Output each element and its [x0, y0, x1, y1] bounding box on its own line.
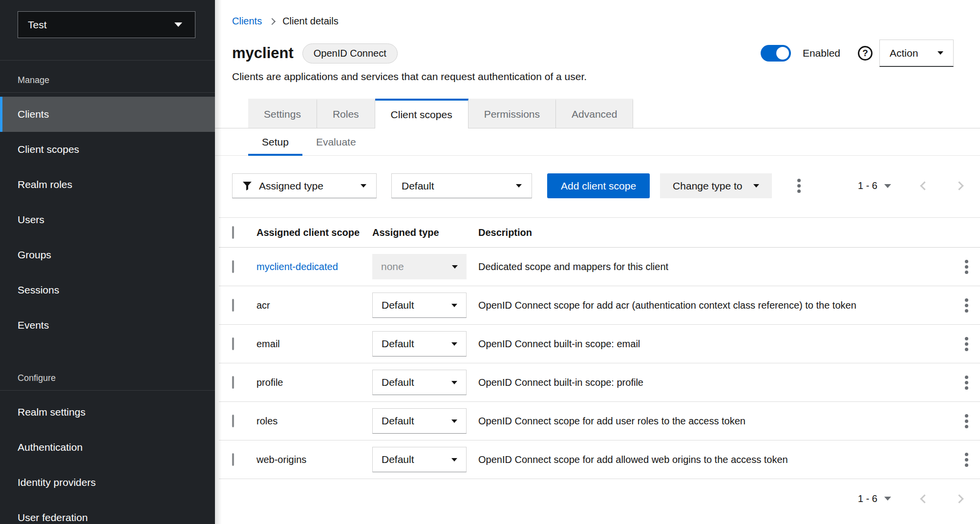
- table-row: profile Default OpenID Connect built-in …: [219, 363, 980, 402]
- row-kebab-icon[interactable]: [962, 450, 971, 470]
- sidebar-item-user-federation[interactable]: User federation: [0, 500, 215, 524]
- chevron-down-icon: [361, 184, 366, 188]
- chevron-down-icon: [451, 381, 457, 384]
- subtab-evaluate[interactable]: Evaluate: [302, 128, 370, 155]
- table-row: acr Default OpenID Connect scope for add…: [219, 286, 980, 325]
- type-value-select[interactable]: Default: [391, 173, 532, 198]
- toggle-knob: [776, 47, 789, 60]
- column-header-scope: Assigned client scope: [256, 227, 372, 238]
- chevron-left-icon[interactable]: [920, 181, 929, 190]
- change-type-label: Change type to: [673, 180, 742, 192]
- select-all-checkbox[interactable]: [232, 226, 234, 239]
- realm-selector[interactable]: Test: [18, 11, 195, 38]
- table-row: web-origins Default OpenID Connect scope…: [219, 440, 980, 479]
- row-checkbox[interactable]: [232, 299, 234, 312]
- enabled-label: Enabled: [803, 47, 840, 59]
- filter-dropdown-label: Assigned type: [259, 180, 323, 192]
- row-kebab-icon[interactable]: [962, 373, 971, 393]
- client-scopes-table: Assigned client scope Assigned type Desc…: [219, 217, 980, 479]
- row-kebab-icon[interactable]: [962, 295, 971, 315]
- row-kebab-icon[interactable]: [962, 411, 971, 431]
- chevron-down-icon: [451, 304, 457, 307]
- scope-name: roles: [256, 416, 372, 427]
- page-description: Clients are applications and services th…: [232, 71, 980, 83]
- chevron-down-icon: [451, 458, 457, 461]
- sidebar-item-clients[interactable]: Clients: [0, 97, 215, 132]
- sidebar-item-sessions[interactable]: Sessions: [0, 272, 215, 308]
- scope-name: email: [256, 338, 372, 350]
- nav-group-manage: Manage Clients Client scopes Realm roles…: [0, 61, 215, 343]
- enabled-toggle[interactable]: [761, 45, 791, 62]
- add-client-scope-button[interactable]: Add client scope: [547, 173, 650, 198]
- toolbar: Assigned type Default Add client scope C…: [232, 173, 980, 198]
- row-checkbox[interactable]: [232, 376, 234, 389]
- scope-description: OpenID Connect scope for add acr (authen…: [478, 300, 953, 311]
- help-icon[interactable]: ?: [858, 46, 873, 61]
- pagination-range[interactable]: 1 - 6: [858, 180, 877, 191]
- tab-bar: Settings Roles Client scopes Permissions…: [215, 99, 980, 128]
- assigned-type-select[interactable]: Default: [372, 331, 467, 356]
- assigned-type-select[interactable]: none: [372, 254, 467, 279]
- assigned-type-value: Default: [382, 415, 414, 427]
- assigned-type-filter-dropdown[interactable]: Assigned type: [232, 173, 377, 198]
- pagination-range[interactable]: 1 - 6: [858, 493, 877, 504]
- row-checkbox[interactable]: [232, 415, 234, 427]
- chevron-down-icon: [451, 419, 457, 423]
- sidebar-item-groups[interactable]: Groups: [0, 237, 215, 272]
- tab-advanced[interactable]: Advanced: [556, 99, 633, 128]
- chevron-down-icon: [937, 51, 943, 55]
- assigned-type-value: Default: [382, 454, 414, 465]
- chevron-down-icon: [452, 265, 458, 269]
- row-kebab-icon[interactable]: [962, 334, 971, 354]
- sidebar-item-users[interactable]: Users: [0, 202, 215, 237]
- tab-settings[interactable]: Settings: [248, 99, 317, 128]
- realm-name: Test: [28, 19, 47, 31]
- scope-description: OpenID Connect built-in scope: email: [478, 338, 953, 350]
- assigned-type-select[interactable]: Default: [372, 408, 467, 434]
- nav-group-configure: Configure Realm settings Authentication …: [0, 358, 215, 524]
- sidebar-item-identity-providers[interactable]: Identity providers: [0, 465, 215, 500]
- chevron-down-icon: [174, 22, 182, 27]
- assigned-type-select[interactable]: Default: [372, 293, 467, 318]
- chevron-right-icon[interactable]: [955, 181, 963, 190]
- sidebar-item-realm-settings[interactable]: Realm settings: [0, 395, 215, 430]
- chevron-left-icon[interactable]: [920, 494, 929, 503]
- scope-name: acr: [256, 300, 372, 311]
- kebab-menu-icon[interactable]: [794, 176, 804, 196]
- row-checkbox[interactable]: [232, 337, 234, 350]
- sidebar-item-events[interactable]: Events: [0, 308, 215, 343]
- subtab-setup[interactable]: Setup: [248, 128, 302, 155]
- pagination-top: 1 - 6: [858, 180, 962, 191]
- column-header-type: Assigned type: [372, 227, 478, 238]
- realm-selector-area: Test: [0, 11, 215, 61]
- breadcrumb-link-clients[interactable]: Clients: [232, 16, 262, 27]
- sidebar: Test Manage Clients Client scopes Realm …: [0, 0, 215, 524]
- change-type-dropdown[interactable]: Change type to: [660, 173, 771, 198]
- tab-roles[interactable]: Roles: [317, 99, 375, 128]
- tab-client-scopes[interactable]: Client scopes: [375, 99, 469, 128]
- chevron-right-icon[interactable]: [955, 494, 963, 503]
- assigned-type-select[interactable]: Default: [372, 370, 467, 395]
- column-header-description: Description: [478, 227, 953, 238]
- sidebar-item-authentication[interactable]: Authentication: [0, 430, 215, 465]
- row-checkbox[interactable]: [232, 260, 234, 273]
- scope-link[interactable]: myclient-dedicated: [256, 261, 338, 272]
- nav-group-title: Manage: [0, 61, 215, 93]
- scope-name: profile: [256, 377, 372, 388]
- pagination-bottom: 1 - 6: [232, 486, 980, 511]
- assigned-type-select[interactable]: Default: [372, 447, 467, 472]
- row-kebab-icon[interactable]: [962, 257, 971, 277]
- action-dropdown[interactable]: Action: [879, 40, 954, 67]
- sidebar-item-client-scopes[interactable]: Client scopes: [0, 132, 215, 167]
- tab-permissions[interactable]: Permissions: [469, 99, 556, 128]
- sidebar-item-realm-roles[interactable]: Realm roles: [0, 167, 215, 202]
- row-checkbox[interactable]: [232, 453, 234, 466]
- scope-description: OpenID Connect scope for add allowed web…: [478, 454, 953, 465]
- assigned-type-value: Default: [382, 377, 414, 388]
- assigned-type-value: Default: [382, 299, 414, 311]
- page-header: myclient OpenID Connect Enabled ? Action: [232, 40, 980, 67]
- assigned-type-value: none: [381, 261, 404, 272]
- table-row: myclient-dedicated none Dedicated scope …: [219, 248, 980, 286]
- nav-group-title: Configure: [0, 358, 215, 391]
- chevron-down-icon: [451, 342, 457, 346]
